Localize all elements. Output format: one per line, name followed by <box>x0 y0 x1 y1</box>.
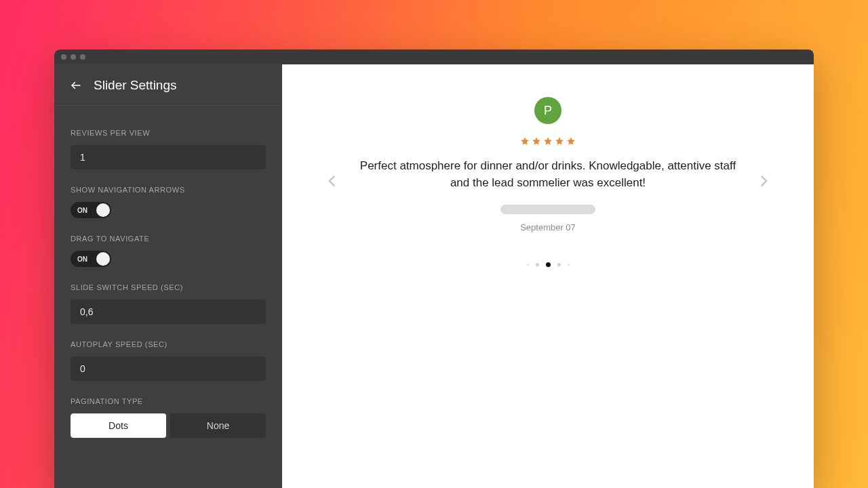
drag-navigate-toggle[interactable]: ON <box>71 251 111 267</box>
field-drag-navigate: DRAG TO NAVIGATE ON <box>71 235 266 267</box>
app-window: Slider Settings REVIEWS PER VIEW SHOW NA… <box>54 49 814 488</box>
reviewer-avatar: P <box>534 97 561 124</box>
sidebar-title: Slider Settings <box>94 78 177 93</box>
pagination-option-dots[interactable]: Dots <box>71 413 166 438</box>
field-label: SLIDE SWITCH SPEED (SEC) <box>71 283 266 291</box>
sidebar-content: REVIEWS PER VIEW SHOW NAVIGATION ARROWS … <box>54 106 282 454</box>
sidebar-header: Slider Settings <box>54 64 282 106</box>
reviews-per-view-input[interactable] <box>71 145 266 169</box>
field-switch-speed: SLIDE SWITCH SPEED (SEC) <box>71 283 266 324</box>
review-date: September 07 <box>520 222 576 232</box>
toggle-state-label: ON <box>77 207 87 214</box>
field-label: DRAG TO NAVIGATE <box>71 235 266 243</box>
pagination-dot[interactable] <box>527 264 529 266</box>
field-show-arrows: SHOW NAVIGATION ARROWS ON <box>71 186 266 218</box>
pagination-dot[interactable] <box>557 263 561 266</box>
rating-stars <box>520 136 576 148</box>
review-slide[interactable]: P Perfect atmosphere for dinner and/or d… <box>282 97 814 267</box>
field-reviews-per-view: REVIEWS PER VIEW <box>71 129 266 169</box>
star-icon <box>566 136 576 148</box>
toggle-knob <box>96 203 110 217</box>
window-control-close[interactable] <box>61 54 66 60</box>
field-label: SHOW NAVIGATION ARROWS <box>71 186 266 194</box>
pagination-option-none[interactable]: None <box>170 413 266 438</box>
toggle-knob <box>96 252 110 266</box>
toggle-state-label: ON <box>77 256 87 263</box>
field-label: PAGINATION TYPE <box>71 397 266 405</box>
pagination-dot[interactable] <box>546 262 551 267</box>
field-autoplay-speed: AUTOPLAY SPEED (SEC) <box>71 340 266 381</box>
settings-sidebar: Slider Settings REVIEWS PER VIEW SHOW NA… <box>54 64 282 488</box>
star-icon <box>555 136 564 148</box>
star-icon <box>532 136 541 148</box>
reviewer-name-placeholder <box>500 205 595 214</box>
back-arrow-icon[interactable] <box>69 79 83 92</box>
review-text: Perfect atmosphere for dinner and/or dri… <box>358 158 738 191</box>
field-label: REVIEWS PER VIEW <box>71 129 266 137</box>
star-icon <box>520 136 530 148</box>
show-arrows-toggle[interactable]: ON <box>71 202 111 218</box>
autoplay-speed-input[interactable] <box>71 357 266 381</box>
pagination-dots <box>527 262 570 267</box>
preview-pane: P Perfect atmosphere for dinner and/or d… <box>282 64 814 488</box>
window-control-min[interactable] <box>71 54 76 60</box>
window-control-max[interactable] <box>80 54 85 60</box>
window-titlebar <box>54 49 814 64</box>
field-pagination-type: PAGINATION TYPE Dots None <box>71 397 266 438</box>
switch-speed-input[interactable] <box>71 300 266 324</box>
pagination-segmented: Dots None <box>71 413 266 438</box>
pagination-dot[interactable] <box>536 263 539 266</box>
star-icon <box>543 136 553 148</box>
pagination-dot[interactable] <box>568 264 570 266</box>
field-label: AUTOPLAY SPEED (SEC) <box>71 340 266 348</box>
